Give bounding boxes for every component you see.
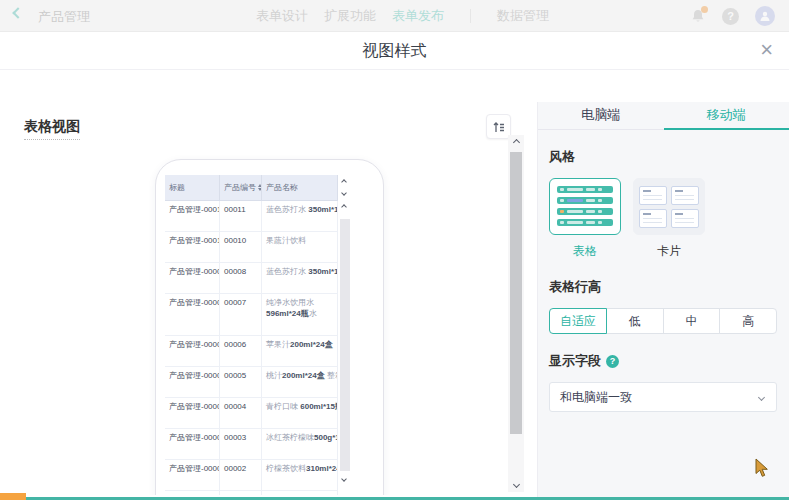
card-style-thumbnail [634, 179, 704, 234]
app-title[interactable]: 产品管理 [38, 8, 90, 26]
cell-name: 青柠口味 600ml*15瓶 整箱 [262, 398, 338, 429]
chevron-down-icon[interactable] [341, 190, 347, 196]
style-option-table[interactable] [549, 178, 621, 235]
cell-code: 00004 [220, 398, 262, 429]
scroll-down-button[interactable] [508, 477, 524, 492]
cell-name: 蓝色苏打水 350ml*12瓶 [262, 263, 338, 294]
table-row[interactable]: 产品管理-0001100011蓝色苏打水 350ml*12瓶 [165, 201, 338, 232]
cell-code: 00011 [220, 201, 262, 232]
chevron-down-icon[interactable] [341, 476, 347, 482]
column-header-name[interactable]: 产品名称 [262, 175, 338, 201]
column-header-code[interactable]: 产品编号 [220, 175, 262, 201]
back-chevron-icon [12, 7, 23, 18]
row-height-section-title: 表格行高 [549, 278, 776, 296]
preview-table: 标题 产品编号 产品名称 产品管理-0001100011蓝色苏打水 350ml*… [165, 175, 352, 495]
nav-tabs: 表单设计 扩展功能 表单发布 数据管理 [256, 0, 549, 32]
modal-header: 视图样式 × [0, 32, 789, 70]
bottom-progress-strip-orange [0, 493, 26, 500]
view-style-modal: 视图样式 × 表格视图 标题 产品编号 产品 [0, 32, 789, 500]
help-icon[interactable]: ? [722, 8, 739, 25]
nav-tab-data-management[interactable]: 数据管理 [497, 7, 549, 25]
row-height-high[interactable]: 高 [719, 308, 777, 334]
device-tabs: 电脑端 移动端 [538, 102, 789, 130]
style-option-card-label[interactable]: 卡片 [633, 243, 705, 260]
style-option-table-label[interactable]: 表格 [549, 243, 621, 260]
preview-table-header: 标题 产品编号 产品名称 [165, 175, 338, 201]
cell-title: 产品管理-00010 [165, 232, 220, 263]
cell-name: 柠檬茶饮料310ml*24盒 整箱 [262, 460, 338, 491]
close-icon[interactable]: × [760, 38, 773, 62]
table-row[interactable] [165, 491, 338, 495]
table-row[interactable]: 产品管理-0000600006苹果汁200ml*24盒 [165, 336, 338, 367]
nav-divider [470, 9, 471, 23]
cell-title: 产品管理-00003 [165, 429, 220, 460]
column-header-title[interactable]: 标题 [165, 175, 220, 201]
table-row[interactable]: 产品管理-0000400004青柠口味 600ml*15瓶 整箱 [165, 398, 338, 429]
table-row[interactable]: 产品管理-0000800008蓝色苏打水 350ml*12瓶 [165, 263, 338, 294]
cell-title: 产品管理-00004 [165, 398, 220, 429]
modal-title: 视图样式 [0, 41, 789, 62]
cell-name: 蓝色苏打水 350ml*12瓶 [262, 201, 338, 232]
cell-title: 产品管理-00006 [165, 336, 220, 367]
nav-tab-form-design[interactable]: 表单设计 [256, 7, 308, 25]
cell-name: 桃汁200ml*24盒 整箱 [262, 367, 338, 398]
cell-title [165, 491, 220, 495]
chevron-up-icon[interactable] [341, 204, 347, 210]
tab-mobile[interactable]: 移动端 [664, 102, 789, 129]
top-nav-bar: 产品管理 表单设计 扩展功能 表单发布 数据管理 ? [0, 0, 789, 32]
preview-pane: 表格视图 标题 产品编号 产品名称 产 [0, 102, 537, 495]
row-height-low[interactable]: 低 [606, 308, 664, 334]
cell-code: 00006 [220, 336, 262, 367]
inner-scrollbar[interactable] [338, 175, 352, 495]
cell-name [262, 491, 338, 495]
cell-title: 产品管理-00011 [165, 201, 220, 232]
cell-name: 果蔬汁饮料 [262, 232, 338, 263]
chevron-up-icon[interactable] [341, 179, 347, 185]
cell-code: 00007 [220, 294, 262, 336]
row-height-options: 自适应 低 中 高 [549, 308, 777, 334]
cell-name: 纯净水饮用水 596ml*24瓶水 [262, 294, 338, 336]
preview-table-body: 产品管理-0001100011蓝色苏打水 350ml*12瓶产品管理-00010… [165, 201, 338, 495]
display-field-help-icon[interactable]: ? [606, 355, 619, 368]
table-row[interactable]: 产品管理-0001000010果蔬汁饮料 [165, 232, 338, 263]
cell-code: 00010 [220, 232, 262, 263]
style-option-card[interactable] [633, 178, 705, 235]
inner-scrollbar-track[interactable] [340, 219, 350, 471]
scrollbar-thumb[interactable] [510, 152, 522, 434]
scroll-up-button[interactable] [508, 135, 524, 150]
table-row[interactable]: 产品管理-0000500005桃汁200ml*24盒 整箱 [165, 367, 338, 398]
preview-pane-title: 表格视图 [24, 118, 80, 140]
display-field-value: 和电脑端一致 [560, 389, 632, 406]
notification-badge [701, 6, 708, 13]
phone-preview-frame: 标题 产品编号 产品名称 产品管理-0001100011蓝色苏打水 350ml*… [155, 159, 384, 495]
row-height-auto[interactable]: 自适应 [549, 308, 607, 334]
cell-title: 产品管理-00002 [165, 460, 220, 491]
cell-code: 00008 [220, 263, 262, 294]
cell-title: 产品管理-00007 [165, 294, 220, 336]
row-height-medium[interactable]: 中 [663, 308, 721, 334]
cell-title: 产品管理-00008 [165, 263, 220, 294]
tab-pc[interactable]: 电脑端 [538, 102, 664, 129]
cell-name: 冰红茶柠檬味500g*15瓶装 [262, 429, 338, 460]
style-options: 表格 卡片 [549, 178, 776, 260]
cell-code: 00003 [220, 429, 262, 460]
back-button[interactable] [14, 9, 22, 17]
table-row[interactable]: 产品管理-0000200002柠檬茶饮料310ml*24盒 整箱 [165, 460, 338, 491]
sort-order-icon [492, 120, 506, 134]
style-section-title: 风格 [549, 148, 776, 166]
pane-scrollbar[interactable] [508, 135, 524, 492]
table-style-thumbnail [557, 186, 613, 193]
notifications-bell-icon[interactable] [690, 8, 706, 24]
settings-panel: 电脑端 移动端 风格 表格 [537, 102, 789, 500]
table-row[interactable]: 产品管理-0000300003冰红茶柠檬味500g*15瓶装 [165, 429, 338, 460]
nav-tab-extensions[interactable]: 扩展功能 [324, 7, 376, 25]
display-field-dropdown[interactable]: 和电脑端一致 [549, 382, 777, 412]
cell-name: 苹果汁200ml*24盒 [262, 336, 338, 367]
table-row[interactable]: 产品管理-0000700007纯净水饮用水 596ml*24瓶水 [165, 294, 338, 336]
cell-code: 00005 [220, 367, 262, 398]
cell-code: 00002 [220, 460, 262, 491]
nav-tab-form-publish[interactable]: 表单发布 [392, 7, 444, 25]
avatar[interactable] [755, 6, 775, 26]
chevron-down-icon [758, 394, 765, 401]
cell-code [220, 491, 262, 495]
